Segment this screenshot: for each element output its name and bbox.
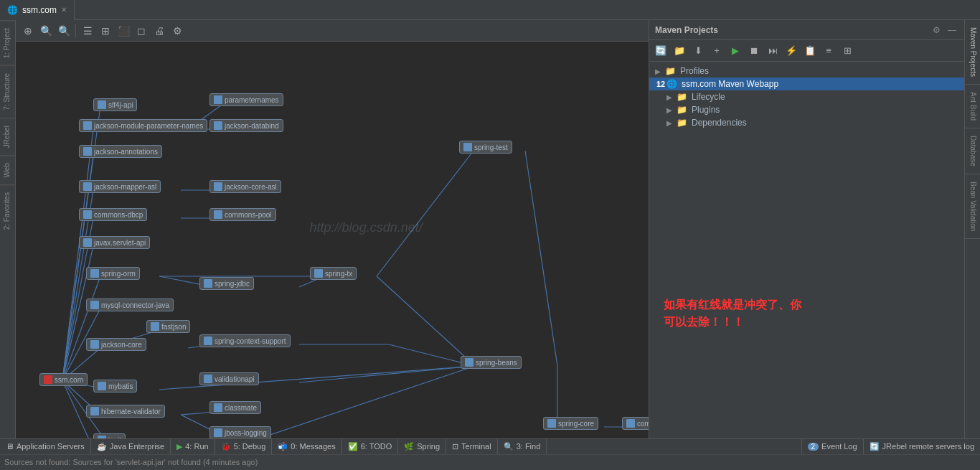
node-jackson-core-asl[interactable]: jackson-core-asl [209, 180, 281, 193]
node-icon [626, 419, 635, 428]
panel-label-jrebel[interactable]: JRebel [0, 118, 15, 155]
node-commons-dbcp[interactable]: commons-dbcp [79, 208, 147, 221]
maven-btn-download[interactable]: ⬇ [689, 42, 707, 60]
debug-label: 5: Debug [234, 442, 266, 451]
node-commons[interactable]: commons [622, 417, 649, 430]
tree-icon-profiles: 📁 [665, 66, 676, 76]
settings-icon[interactable]: ⚙ [930, 24, 943, 37]
node-parameternames[interactable]: parameternames [209, 93, 283, 106]
status-btn-debug[interactable]: 🐞 5: Debug [215, 439, 273, 454]
panel-label-project[interactable]: 1: Project [0, 20, 15, 65]
toolbar-btn-5[interactable]: 🖨 [151, 23, 167, 39]
status-btn-find[interactable]: 🔍 3: Find [498, 439, 547, 454]
status-btn-run[interactable]: ▶ 4: Run [171, 439, 215, 454]
node-spring-orm[interactable]: spring-orm [86, 267, 140, 280]
jrebel-icon: 🔄 [870, 442, 880, 451]
node-junit[interactable]: junit [93, 433, 126, 438]
node-icon [214, 121, 222, 130]
node-icon [214, 428, 222, 437]
run-icon: ▶ [176, 442, 182, 451]
tab-ssm-com[interactable]: 🌐 ssm.com ✕ [0, 0, 75, 20]
node-javax-servlet[interactable]: javax.servlet-api [79, 236, 150, 249]
graph-container: ⊕ 🔍 🔍 ☰ ⊞ ⬛ ◻ 🖨 ⚙ [16, 20, 649, 438]
tree-arrow-plugins: ▶ [666, 106, 672, 114]
maven-tree-plugins[interactable]: ▶ 📁 Plugins [649, 103, 964, 116]
toolbar-btn-home[interactable]: ⊕ [20, 23, 36, 39]
toolbar-btn-4[interactable]: ◻ [133, 23, 149, 39]
maven-btn-open[interactable]: 📁 [671, 42, 688, 60]
status-bar: 🖥 Application Servers ☕ Java Enterprise … [0, 438, 980, 470]
maven-tree-lifecycle[interactable]: ▶ 📁 Lifecycle [649, 90, 964, 103]
tree-arrow-lifecycle: ▶ [666, 93, 672, 101]
toolbar-btn-2[interactable]: ⊞ [98, 23, 113, 39]
node-slf4j-api[interactable]: slf4j-api [93, 98, 137, 111]
toolbar-btn-zoom-out[interactable]: 🔍 [38, 23, 54, 39]
node-spring-tx[interactable]: spring-tx [310, 267, 357, 280]
node-commons-pool[interactable]: commons-pool [209, 208, 276, 221]
maven-btn-stop[interactable]: ⏹ [745, 42, 763, 60]
panel-label-structure[interactable]: 7: Structure [0, 65, 15, 118]
node-mybatis[interactable]: mybatis [93, 380, 137, 393]
dependency-graph[interactable]: http://blog.csdn.net/ ssm.com slf4j-api … [16, 42, 649, 438]
maven-btn-columns[interactable]: ≡ [820, 42, 837, 60]
node-icon [83, 121, 92, 130]
status-event-log[interactable]: 2 Event Log [801, 439, 863, 454]
status-btn-todo[interactable]: ✅ 6: TODO [342, 439, 399, 454]
node-icon [214, 95, 222, 104]
node-mysql-connector[interactable]: mysql-connector-java [86, 299, 174, 311]
node-spring-jdbc[interactable]: spring-jdbc [199, 277, 254, 290]
node-spring-beans[interactable]: spring-beans [461, 356, 522, 369]
spring-icon: 🌿 [404, 442, 414, 451]
node-jboss-logging[interactable]: jboss-logging [209, 426, 271, 438]
maven-btn-skip[interactable]: ⏭ [764, 42, 781, 60]
maven-tree-webapp[interactable]: ▼ 🌐 ssm.com Maven Webapp 12 [649, 77, 964, 90]
status-btn-spring[interactable]: 🌿 Spring [398, 439, 446, 454]
maven-btn-add[interactable]: + [708, 42, 725, 60]
node-hibernate[interactable]: hibernate-validator [86, 405, 165, 418]
debug-icon: 🐞 [221, 442, 231, 451]
maven-tree-dependencies[interactable]: ▶ 📁 Dependencies [649, 116, 964, 129]
strip-maven-projects[interactable]: Maven Projects [965, 20, 980, 85]
panel-label-web[interactable]: Web [0, 155, 15, 184]
node-ssm-com[interactable]: ssm.com [39, 373, 88, 386]
node-jackson-annotations[interactable]: jackson-annotations [79, 145, 162, 158]
node-icon [90, 340, 99, 349]
node-jackson-module[interactable]: jackson-module-parameter-names [79, 119, 207, 132]
node-fastjson[interactable]: fastjson [146, 320, 190, 333]
messages-icon: 📬 [278, 442, 288, 451]
minimize-icon[interactable]: — [946, 24, 958, 37]
node-icon [98, 382, 106, 390]
strip-database[interactable]: Database [965, 128, 980, 174]
strip-bean-validation[interactable]: Bean Validation [965, 174, 980, 239]
node-jackson-mapper[interactable]: jackson-mapper-asl [79, 180, 161, 193]
node-classmate[interactable]: classmate [209, 401, 261, 414]
node-jackson-core[interactable]: jackson-core [86, 338, 146, 351]
node-spring-core[interactable]: spring-core [543, 417, 598, 430]
tree-arrow-dependencies: ▶ [666, 119, 672, 127]
status-btn-app-servers[interactable]: 🖥 Application Servers [0, 439, 91, 454]
maven-btn-lightning[interactable]: ⚡ [783, 42, 800, 60]
toolbar-btn-1[interactable]: ☰ [80, 23, 95, 39]
panel-label-favorites[interactable]: 2: Favorites [0, 184, 15, 237]
toolbar-btn-6[interactable]: ⚙ [169, 23, 185, 39]
status-btn-java-enterprise[interactable]: ☕ Java Enterprise [91, 439, 171, 454]
maven-btn-grid[interactable]: ⊞ [839, 42, 856, 60]
status-jrebel-log[interactable]: 🔄 JRebel remote servers log [863, 439, 980, 454]
node-icon [214, 182, 222, 191]
node-jackson-databind[interactable]: jackson-databind [209, 119, 283, 132]
strip-ant-build[interactable]: Ant Build [965, 85, 980, 128]
maven-btn-list[interactable]: 📋 [801, 42, 819, 60]
status-btn-terminal[interactable]: ⊡ Terminal [446, 439, 498, 454]
node-spring-context[interactable]: spring-context-support [199, 334, 291, 347]
toolbar-btn-zoom-in[interactable]: 🔍 [56, 23, 72, 39]
status-right: 2 Event Log 🔄 JRebel remote servers log [801, 439, 981, 454]
maven-btn-refresh[interactable]: 🔄 [652, 42, 669, 60]
tab-close-btn[interactable]: ✕ [61, 6, 67, 14]
toolbar-btn-3[interactable]: ⬛ [116, 23, 131, 39]
status-btn-messages[interactable]: 📬 0: Messages [272, 439, 341, 454]
node-spring-test[interactable]: spring-test [459, 141, 512, 154]
node-validationapi[interactable]: validationapi [199, 372, 259, 385]
maven-tree-profiles[interactable]: ▶ 📁 Profiles [649, 65, 964, 77]
tree-label-webapp: ssm.com Maven Webapp [682, 79, 778, 89]
maven-btn-run[interactable]: ▶ [727, 42, 744, 60]
